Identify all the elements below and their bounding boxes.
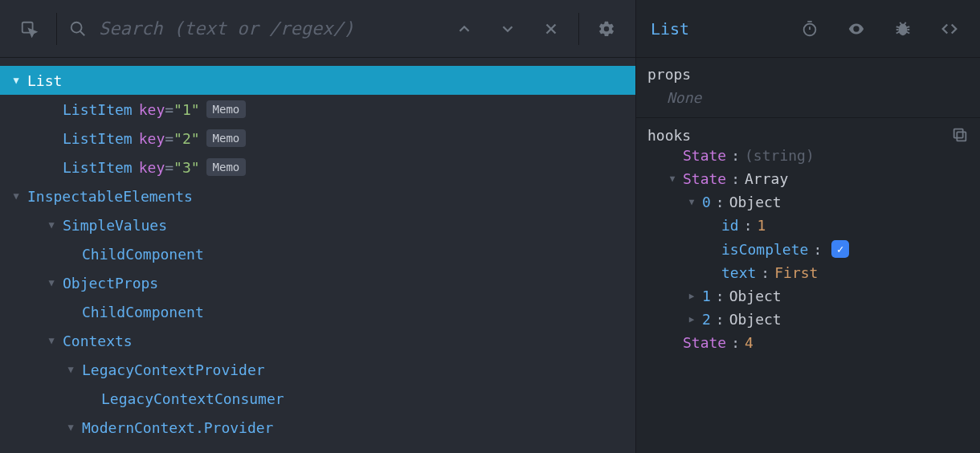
inspect-dom-icon[interactable]	[840, 13, 872, 45]
colon: :	[744, 217, 753, 234]
tree-row-ListItem[interactable]: ListItem key="3"Memo	[0, 153, 635, 182]
search-next-button[interactable]	[492, 13, 524, 45]
component-name: LegacyContextProvider	[82, 361, 265, 378]
props-label: props	[647, 66, 969, 83]
component-tree[interactable]: ▼ListListItem key="1"MemoListItem key="2…	[0, 58, 635, 453]
hook-key: text	[721, 264, 756, 281]
svg-line-15	[900, 22, 901, 24]
chevron-down-icon[interactable]: ▼	[64, 422, 77, 433]
component-name: ModernContext.Provider	[82, 419, 273, 436]
search-icon	[68, 13, 88, 45]
colon: :	[716, 288, 725, 304]
tree-row-ChildComponent[interactable]: ChildComponent	[0, 239, 635, 268]
suspend-icon[interactable]	[794, 13, 826, 45]
chevron-down-icon[interactable]: ▼	[686, 197, 697, 207]
svg-rect-17	[957, 132, 966, 141]
key-attr: key="3"	[139, 159, 200, 176]
hook-key: State	[683, 170, 726, 187]
hook-value: First	[774, 264, 818, 281]
chevron-down-icon[interactable]: ▼	[45, 219, 58, 231]
hook-key: 2	[702, 311, 711, 328]
checkbox-true[interactable]: ✓	[831, 240, 849, 258]
hook-key: State	[683, 147, 726, 164]
memo-badge: Memo	[206, 158, 247, 176]
props-none: None	[647, 83, 969, 106]
tree-row-ModernContext-Provider[interactable]: ▼ModernContext.Provider	[0, 413, 635, 442]
hook-line: id: 1	[647, 214, 969, 237]
search-input[interactable]	[99, 18, 437, 39]
tree-row-ListItem[interactable]: ListItem key="1"Memo	[0, 95, 635, 124]
component-name: ObjectProps	[63, 275, 158, 292]
chevron-down-icon[interactable]: ▼	[45, 277, 58, 288]
hook-key: State	[683, 334, 726, 351]
tree-row-ObjectProps[interactable]: ▼ObjectProps	[0, 268, 635, 297]
chevron-right-icon[interactable]: ▶	[686, 291, 697, 301]
hook-value: Object	[729, 288, 782, 304]
components-panel: ▼ListListItem key="1"MemoListItem key="2…	[0, 0, 636, 453]
svg-point-5	[804, 23, 816, 35]
chevron-right-icon[interactable]: ▶	[686, 314, 697, 324]
detail-panel: List props None hooks State: (string)▼St…	[636, 0, 980, 453]
tree-row-ChildComponent[interactable]: ChildComponent	[0, 297, 635, 326]
chevron-down-icon[interactable]: ▼	[45, 335, 58, 346]
hooks-body: State: (string)▼State: Array▼0: Objectid…	[647, 144, 969, 354]
hook-line[interactable]: ▼0: Object	[647, 190, 969, 214]
tree-row-InspectableElements[interactable]: ▼InspectableElements	[0, 182, 635, 210]
colon: :	[716, 311, 725, 328]
chevron-down-icon[interactable]: ▼	[10, 190, 22, 202]
search-wrap	[68, 13, 437, 45]
svg-point-8	[899, 23, 908, 35]
colon: :	[761, 264, 770, 281]
component-name: LegacyContextConsumer	[101, 390, 284, 407]
hook-line: text: First	[647, 261, 969, 284]
tree-row-LegacyContextProvider[interactable]: ▼LegacyContextProvider	[0, 355, 635, 384]
svg-line-14	[907, 31, 910, 33]
hook-line: State: 4	[647, 331, 969, 354]
hook-value: Object	[729, 194, 782, 210]
hook-value: 4	[745, 334, 753, 351]
memo-badge: Memo	[206, 100, 247, 118]
tree-row-List[interactable]: ▼List	[0, 66, 635, 95]
component-name: SimpleValues	[63, 217, 167, 234]
svg-point-1	[71, 22, 82, 32]
tree-row-SimpleValues[interactable]: ▼SimpleValues	[0, 210, 635, 239]
divider	[56, 13, 57, 45]
chevron-down-icon[interactable]: ▼	[667, 173, 678, 184]
detail-actions	[794, 13, 966, 45]
component-name: ListItem	[63, 130, 133, 147]
settings-button[interactable]	[590, 13, 623, 45]
hook-value: Object	[729, 311, 782, 328]
hook-line: State: (string)	[647, 144, 969, 167]
search-prev-button[interactable]	[448, 13, 480, 45]
svg-line-16	[904, 22, 906, 24]
hook-line[interactable]: ▶1: Object	[647, 284, 969, 308]
colon: :	[731, 334, 740, 351]
search-clear-button[interactable]	[535, 13, 567, 45]
tree-row-Contexts[interactable]: ▼Contexts	[0, 326, 635, 355]
view-source-icon[interactable]	[933, 13, 966, 45]
component-name: List	[27, 72, 62, 89]
tree-row-LegacyContextConsumer[interactable]: LegacyContextConsumer	[0, 384, 635, 413]
hook-value: 1	[757, 217, 766, 234]
hooks-section: hooks State: (string)▼State: Array▼0: Ob…	[636, 118, 980, 365]
hook-line[interactable]: ▼State: Array	[647, 167, 969, 190]
hooks-label: hooks	[647, 127, 691, 144]
component-name: ChildComponent	[82, 304, 204, 320]
hook-key: isComplete	[721, 241, 808, 258]
component-name: ListItem	[63, 159, 133, 176]
chevron-down-icon[interactable]: ▼	[64, 364, 77, 375]
hook-line[interactable]: ▶2: Object	[647, 308, 969, 331]
colon: :	[813, 241, 822, 258]
copy-icon[interactable]	[951, 126, 969, 144]
inspect-element-button[interactable]	[13, 13, 45, 45]
svg-line-10	[907, 27, 910, 27]
hook-value: (string)	[745, 147, 815, 164]
colon: :	[731, 170, 740, 187]
component-name: Contexts	[63, 333, 133, 349]
debug-icon[interactable]	[887, 13, 919, 45]
hook-value: Array	[745, 170, 788, 187]
chevron-down-icon[interactable]: ▼	[10, 75, 22, 86]
toolbar	[0, 0, 635, 58]
tree-row-ListItem[interactable]: ListItem key="2"Memo	[0, 124, 635, 153]
svg-line-13	[896, 31, 900, 33]
